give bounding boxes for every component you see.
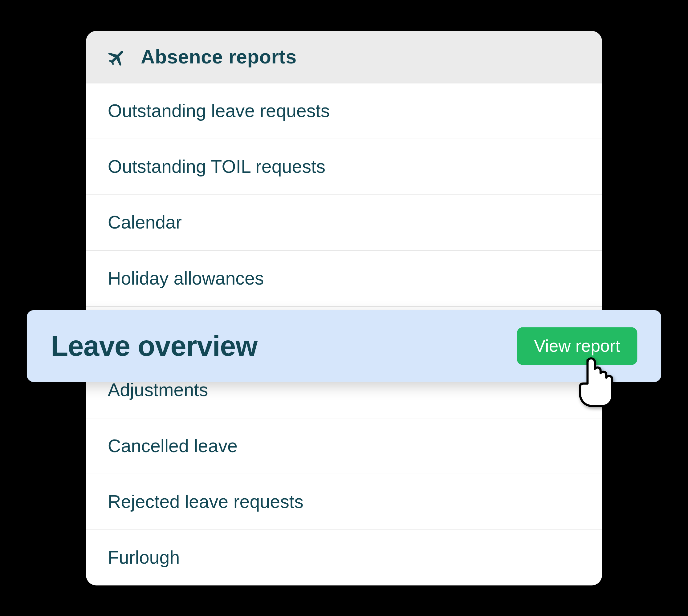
report-item-calendar[interactable]: Calendar [86,195,602,251]
view-report-button[interactable]: View report [517,327,638,365]
view-report-button-label: View report [534,336,620,355]
report-item-cancelled-leave[interactable]: Cancelled leave [86,418,602,474]
report-item-label: Outstanding TOIL requests [108,156,325,177]
report-item-outstanding-toil-requests[interactable]: Outstanding TOIL requests [86,139,602,195]
report-item-furlough[interactable]: Furlough [86,530,602,585]
report-item-label: Outstanding leave requests [108,101,330,121]
report-item-rejected-leave-requests[interactable]: Rejected leave requests [86,474,602,530]
airplane-icon [108,46,128,67]
report-item-holiday-allowances[interactable]: Holiday allowances [86,251,602,306]
absence-reports-panel: Absence reports Outstanding leave reques… [86,31,602,585]
panel-title: Absence reports [141,46,297,68]
report-item-label: Calendar [108,212,182,233]
report-item-label: Cancelled leave [108,435,238,456]
highlighted-report-title: Leave overview [51,329,258,362]
report-item-label: Rejected leave requests [108,491,303,512]
highlighted-report-card[interactable]: Leave overview View report [27,310,661,381]
panel-header: Absence reports [86,31,602,83]
report-item-outstanding-leave-requests[interactable]: Outstanding leave requests [86,83,602,139]
report-item-label: Furlough [108,547,180,568]
report-item-label: Adjustments [108,379,208,400]
report-item-label: Holiday allowances [108,268,264,289]
